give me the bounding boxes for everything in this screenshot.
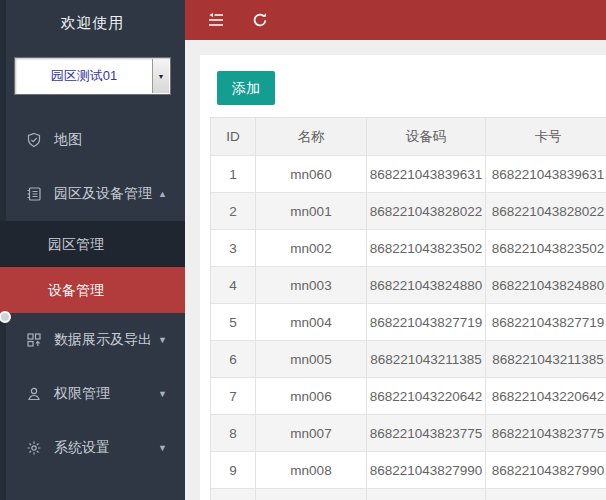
sidebar-subitem-label: 设备管理 <box>48 282 104 298</box>
table-row: 5mn004868221043827719868221043827719 <box>211 304 606 341</box>
table-cell: 868221043823775 <box>367 415 486 452</box>
sidebar-item-map[interactable]: 地图 <box>0 113 185 167</box>
column-header-device-code: 设备码 <box>367 118 486 156</box>
table-cell: 868221043827719 <box>367 304 486 341</box>
sidebar-item-park-device-mgmt[interactable]: 园区及设备管理 ▲ <box>0 167 185 221</box>
sidebar-subitem-label: 园区管理 <box>48 236 104 252</box>
table-cell: mn009 <box>256 489 367 500</box>
sidebar-item-label: 系统设置 <box>54 439 158 457</box>
chevron-down-icon: ▼ <box>158 335 167 345</box>
chevron-down-icon: ▼ <box>158 389 167 399</box>
table-cell: 868221043828022 <box>367 193 486 230</box>
table-cell: mn008 <box>256 452 367 489</box>
park-select-value: 园区测试01 <box>15 67 170 85</box>
chevron-down-icon: ▼ <box>158 443 167 453</box>
table-cell: 868221043824880 <box>367 267 486 304</box>
table-header-row: ID 名称 设备码 卡号 <box>211 118 606 156</box>
table-row: 1mn060868221043839631868221043839631 <box>211 156 606 193</box>
table-cell: 8 <box>211 415 256 452</box>
column-header-name: 名称 <box>256 118 367 156</box>
table-cell: 868221043823784 <box>367 489 486 500</box>
table-cell: 9 <box>211 452 256 489</box>
table-cell: 6 <box>211 341 256 378</box>
table-row: 9mn008868221043827990868221043827990 <box>211 452 606 489</box>
sidebar-item-label: 数据展示及导出 <box>54 331 158 349</box>
chevron-down-icon: ▼ <box>158 73 165 80</box>
table-cell: 868221043839631 <box>367 156 486 193</box>
sidebar-subitem-park-mgmt[interactable]: 园区管理 <box>0 221 185 267</box>
refresh-icon[interactable] <box>251 12 269 28</box>
table-cell: 868221043828022 <box>486 193 606 230</box>
table-row: 6mn005868221043211385868221043211385 <box>211 341 606 378</box>
topbar <box>185 0 606 40</box>
sidebar-title: 欢迎使用 <box>0 0 185 45</box>
device-table: ID 名称 设备码 卡号 1mn060868221043839631868221… <box>210 117 606 500</box>
table-cell: 868221043823502 <box>486 230 606 267</box>
table-cell: 5 <box>211 304 256 341</box>
table-cell: 868221043824880 <box>486 267 606 304</box>
sidebar: 欢迎使用 园区测试01 ▼ 地图 园区及设 <box>0 0 185 500</box>
table-cell: 868221043823502 <box>367 230 486 267</box>
table-cell: mn002 <box>256 230 367 267</box>
sidebar-item-label: 权限管理 <box>54 385 158 403</box>
table-cell: mn060 <box>256 156 367 193</box>
select-dropdown-button[interactable]: ▼ <box>152 59 169 93</box>
table-row: 3mn002868221043823502868221043823502 <box>211 230 606 267</box>
column-header-card-number: 卡号 <box>486 118 606 156</box>
table-cell: 868221043220642 <box>486 378 606 415</box>
sidebar-subitem-device-mgmt[interactable]: 设备管理 <box>0 267 185 313</box>
add-button[interactable]: 添加 <box>217 71 275 105</box>
table-cell: 4 <box>211 267 256 304</box>
gear-icon <box>26 440 42 456</box>
table-cell: 868221043211385 <box>367 341 486 378</box>
table-cell: 2 <box>211 193 256 230</box>
main-content: 添加 ID 名称 设备码 卡号 1mn060868221043839631868… <box>185 40 606 500</box>
device-table-card: 添加 ID 名称 设备码 卡号 1mn060868221043839631868… <box>200 55 606 500</box>
table-cell: 7 <box>211 378 256 415</box>
shield-check-icon <box>26 132 42 148</box>
sidebar-item-data-export[interactable]: 数据展示及导出 ▼ <box>0 313 185 367</box>
device-list-icon <box>26 186 42 202</box>
table-cell: mn007 <box>256 415 367 452</box>
table-cell: mn004 <box>256 304 367 341</box>
table-cell: mn005 <box>256 341 367 378</box>
table-row: 8mn007868221043823775868221043823775 <box>211 415 606 452</box>
collapse-menu-icon[interactable] <box>207 12 225 28</box>
data-export-icon <box>26 332 42 348</box>
table-cell: 868221043220642 <box>367 378 486 415</box>
sidebar-item-label: 园区及设备管理 <box>54 185 158 203</box>
table-cell: 868221043839631 <box>486 156 606 193</box>
table-body: 1mn0608682210438396318682210438396312mn0… <box>211 156 606 500</box>
table-row: 7mn006868221043220642868221043220642 <box>211 378 606 415</box>
sidebar-menu: 地图 园区及设备管理 ▲ 园区管理 设备管理 <box>0 113 185 475</box>
chevron-up-icon: ▲ <box>158 189 167 199</box>
table-cell: 868221043823775 <box>486 415 606 452</box>
sidebar-item-system-settings[interactable]: 系统设置 ▼ <box>0 421 185 475</box>
column-header-id: ID <box>211 118 256 156</box>
sidebar-item-label: 地图 <box>54 131 167 149</box>
table-cell: mn006 <box>256 378 367 415</box>
table-cell: mn003 <box>256 267 367 304</box>
table-row: 10mn009868221043823784868221043823784 <box>211 489 606 500</box>
table-cell: 10 <box>211 489 256 500</box>
sidebar-item-permission-mgmt[interactable]: 权限管理 ▼ <box>0 367 185 421</box>
table-cell: 868221043823784 <box>486 489 606 500</box>
table-cell: 3 <box>211 230 256 267</box>
table-row: 4mn003868221043824880868221043824880 <box>211 267 606 304</box>
table-cell: mn001 <box>256 193 367 230</box>
table-cell: 1 <box>211 156 256 193</box>
table-cell: 868221043827990 <box>486 452 606 489</box>
submenu-park-device: 园区管理 设备管理 <box>0 221 185 313</box>
table-cell: 868221043827719 <box>486 304 606 341</box>
table-cell: 868221043827990 <box>367 452 486 489</box>
user-icon <box>26 386 42 402</box>
table-cell: 868221043211385 <box>486 341 606 378</box>
table-row: 2mn001868221043828022868221043828022 <box>211 193 606 230</box>
park-select[interactable]: 园区测试01 ▼ <box>14 57 171 95</box>
